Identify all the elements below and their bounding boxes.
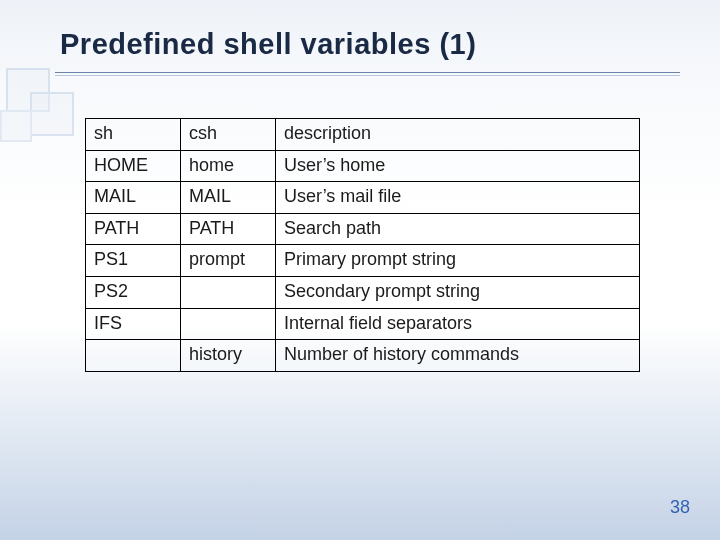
- cell-csh: [181, 276, 276, 308]
- cell-desc: Internal field separators: [276, 308, 640, 340]
- cell-sh: MAIL: [86, 182, 181, 214]
- cell-csh: PATH: [181, 213, 276, 245]
- cell-csh: MAIL: [181, 182, 276, 214]
- cell-sh: PATH: [86, 213, 181, 245]
- table-row: HOME home User’s home: [86, 150, 640, 182]
- header-csh: csh: [181, 119, 276, 151]
- table-row: PS1 prompt Primary prompt string: [86, 245, 640, 277]
- cell-desc: User’s home: [276, 150, 640, 182]
- cell-desc: Secondary prompt string: [276, 276, 640, 308]
- cell-sh: HOME: [86, 150, 181, 182]
- header-desc: description: [276, 119, 640, 151]
- table-row: PS2 Secondary prompt string: [86, 276, 640, 308]
- slide: Predefined shell variables (1) sh csh de…: [0, 0, 720, 540]
- page-number: 38: [670, 497, 690, 518]
- cell-sh: [86, 340, 181, 372]
- table-row: history Number of history commands: [86, 340, 640, 372]
- cell-sh: PS1: [86, 245, 181, 277]
- cell-desc: User’s mail file: [276, 182, 640, 214]
- cell-csh: prompt: [181, 245, 276, 277]
- cell-sh: IFS: [86, 308, 181, 340]
- table-row: IFS Internal field separators: [86, 308, 640, 340]
- slide-title: Predefined shell variables (1): [60, 28, 476, 61]
- table-header-row: sh csh description: [86, 119, 640, 151]
- variables-table: sh csh description HOME home User’s home…: [85, 118, 640, 372]
- cell-csh: [181, 308, 276, 340]
- cell-desc: Search path: [276, 213, 640, 245]
- title-underline: [0, 72, 720, 78]
- header-sh: sh: [86, 119, 181, 151]
- table-row: MAIL MAIL User’s mail file: [86, 182, 640, 214]
- cell-desc: Primary prompt string: [276, 245, 640, 277]
- cell-csh: home: [181, 150, 276, 182]
- cell-sh: PS2: [86, 276, 181, 308]
- cell-desc: Number of history commands: [276, 340, 640, 372]
- cell-csh: history: [181, 340, 276, 372]
- table-row: PATH PATH Search path: [86, 213, 640, 245]
